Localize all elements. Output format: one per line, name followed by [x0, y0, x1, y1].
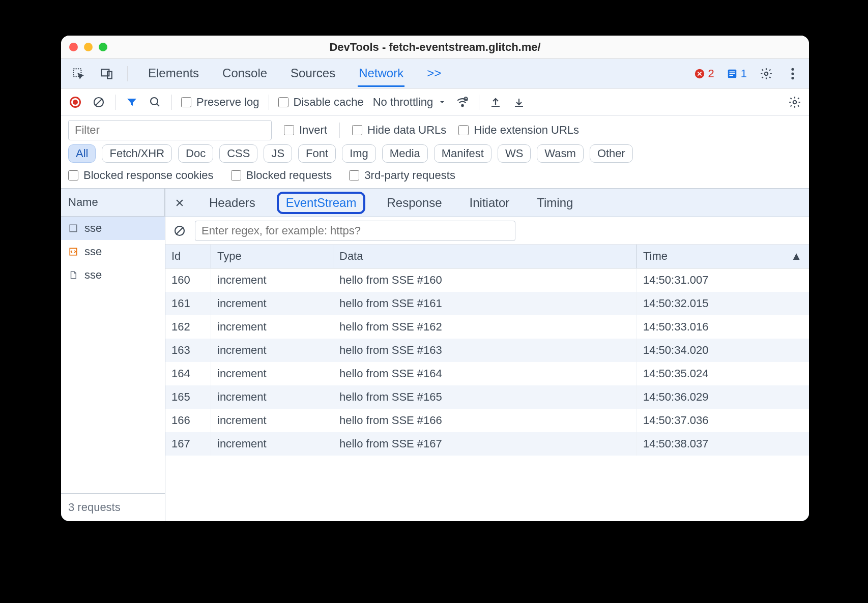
error-count[interactable]: 2	[694, 67, 714, 80]
record-button[interactable]	[68, 95, 82, 109]
blocked-cookies-checkbox[interactable]: Blocked response cookies	[68, 169, 214, 182]
eventstream-toolbar	[165, 217, 809, 245]
search-icon[interactable]	[148, 95, 162, 109]
column-time[interactable]: Time ▲	[637, 245, 809, 268]
event-time: 14:50:38.037	[637, 432, 809, 456]
event-data: hello from SSE #163	[333, 339, 637, 362]
chip-fetch-xhr[interactable]: Fetch/XHR	[102, 144, 172, 163]
chip-img[interactable]: Img	[342, 144, 376, 163]
tab-elements[interactable]: Elements	[147, 60, 200, 87]
event-time: 14:50:31.007	[637, 268, 809, 292]
event-data: hello from SSE #166	[333, 409, 637, 432]
chip-all[interactable]: All	[68, 144, 96, 163]
more-icon[interactable]	[786, 67, 800, 81]
upload-har-icon[interactable]	[488, 95, 503, 109]
network-conditions-icon[interactable]	[455, 95, 470, 109]
column-type[interactable]: Type	[211, 245, 333, 268]
event-row[interactable]: 163incrementhello from SSE #16314:50:34.…	[165, 339, 809, 362]
tab-timing[interactable]: Timing	[531, 192, 579, 214]
chip-manifest[interactable]: Manifest	[434, 144, 491, 163]
tab-sources[interactable]: Sources	[290, 60, 336, 87]
event-id: 165	[165, 385, 211, 409]
request-detail-pane: Headers EventStream Response Initiator T…	[165, 189, 809, 521]
event-id: 162	[165, 315, 211, 339]
chip-wasm[interactable]: Wasm	[537, 144, 584, 163]
filter-input[interactable]	[68, 120, 272, 140]
event-id: 163	[165, 339, 211, 362]
chip-doc[interactable]: Doc	[178, 144, 213, 163]
request-list: ssessesse	[61, 217, 165, 493]
event-row[interactable]: 166incrementhello from SSE #16614:50:37.…	[165, 409, 809, 432]
tab-eventstream[interactable]: EventStream	[277, 192, 366, 214]
settings-icon[interactable]	[759, 67, 773, 81]
device-toolbar-icon[interactable]	[99, 66, 115, 82]
svg-rect-19	[70, 225, 77, 232]
eventstream-filter-input[interactable]	[195, 221, 515, 241]
event-row[interactable]: 165incrementhello from SSE #16514:50:36.…	[165, 385, 809, 409]
request-row[interactable]: sse	[61, 217, 165, 240]
event-time: 14:50:32.015	[637, 292, 809, 315]
event-id: 161	[165, 292, 211, 315]
event-id: 167	[165, 432, 211, 456]
chip-css[interactable]: CSS	[219, 144, 257, 163]
request-filter-checks: Blocked response cookies Blocked request…	[61, 166, 809, 189]
event-row[interactable]: 160incrementhello from SSE #16014:50:31.…	[165, 268, 809, 292]
chip-media[interactable]: Media	[382, 144, 428, 163]
hide-data-urls-checkbox[interactable]: Hide data URLs	[352, 124, 446, 137]
filter-icon[interactable]	[125, 95, 139, 109]
tab-overflow[interactable]: >>	[426, 60, 442, 87]
throttling-select[interactable]: No throttling	[373, 96, 447, 109]
tab-initiator[interactable]: Initiator	[464, 192, 516, 214]
window-titlebar: DevTools - fetch-eventstream.glitch.me/	[61, 36, 809, 59]
chip-font[interactable]: Font	[298, 144, 336, 163]
third-party-checkbox[interactable]: 3rd-party requests	[349, 169, 455, 182]
request-row[interactable]: sse	[61, 240, 165, 263]
clear-icon[interactable]	[92, 95, 106, 109]
svg-rect-5	[729, 71, 735, 72]
download-har-icon[interactable]	[512, 95, 526, 109]
disable-cache-checkbox[interactable]: Disable cache	[278, 96, 364, 109]
event-row[interactable]: 164incrementhello from SSE #16414:50:35.…	[165, 362, 809, 385]
event-row[interactable]: 167incrementhello from SSE #16714:50:38.…	[165, 432, 809, 456]
tab-headers[interactable]: Headers	[203, 192, 262, 214]
event-data: hello from SSE #165	[333, 385, 637, 409]
invert-checkbox[interactable]: Invert	[284, 124, 327, 137]
event-id: 160	[165, 268, 211, 292]
window-title: DevTools - fetch-eventstream.glitch.me/	[61, 41, 809, 54]
chip-ws[interactable]: WS	[498, 144, 531, 163]
tab-network[interactable]: Network	[358, 60, 404, 87]
close-detail-icon[interactable]	[171, 198, 188, 208]
chip-js[interactable]: JS	[264, 144, 292, 163]
request-row[interactable]: sse	[61, 263, 165, 287]
svg-point-16	[462, 104, 464, 106]
panel-tabs: Elements Console Sources Network >>	[147, 60, 442, 87]
event-data: hello from SSE #164	[333, 362, 637, 385]
event-data: hello from SSE #162	[333, 315, 637, 339]
event-type: increment	[211, 362, 333, 385]
event-id: 164	[165, 362, 211, 385]
column-id[interactable]: Id	[165, 245, 211, 268]
blocked-requests-checkbox[interactable]: Blocked requests	[231, 169, 332, 182]
inspect-element-icon[interactable]	[70, 66, 86, 82]
event-data: hello from SSE #160	[333, 268, 637, 292]
filter-bar: Invert Hide data URLs Hide extension URL…	[61, 116, 809, 141]
clear-events-icon[interactable]	[172, 224, 187, 238]
preserve-log-checkbox[interactable]: Preserve log	[181, 96, 259, 109]
tab-response[interactable]: Response	[381, 192, 448, 214]
event-row[interactable]: 162incrementhello from SSE #16214:50:33.…	[165, 315, 809, 339]
network-settings-icon[interactable]	[788, 95, 802, 109]
request-list-header: Name	[61, 189, 165, 217]
svg-point-18	[793, 100, 797, 104]
sort-asc-icon: ▲	[791, 250, 802, 263]
issues-count[interactable]: 1	[727, 67, 747, 80]
request-type-icon	[68, 270, 78, 280]
svg-rect-7	[729, 75, 733, 76]
devtools-window: DevTools - fetch-eventstream.glitch.me/ …	[61, 36, 809, 521]
hide-extension-urls-checkbox[interactable]: Hide extension URLs	[458, 124, 579, 137]
request-list-pane: Name ssessesse 3 requests	[61, 189, 165, 521]
tab-console[interactable]: Console	[221, 60, 268, 87]
chip-other[interactable]: Other	[590, 144, 633, 163]
column-data[interactable]: Data	[333, 245, 637, 268]
event-row[interactable]: 161incrementhello from SSE #16114:50:32.…	[165, 292, 809, 315]
network-toolbar: Preserve log Disable cache No throttling	[61, 88, 809, 116]
